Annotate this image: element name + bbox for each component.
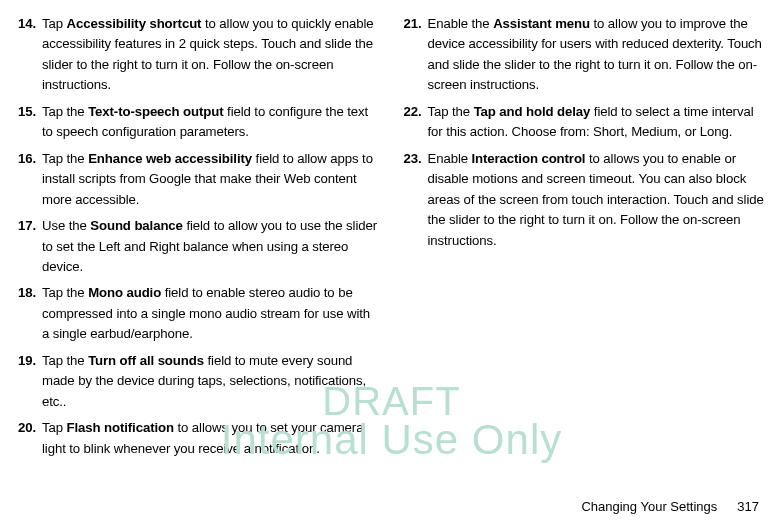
step-number: 17. bbox=[18, 216, 36, 236]
footer-page-number: 317 bbox=[737, 499, 759, 514]
step-bold-term: Sound balance bbox=[90, 218, 183, 233]
step-number: 18. bbox=[18, 283, 36, 303]
page-footer: Changing Your Settings317 bbox=[581, 499, 759, 514]
step-bold-term: Assistant menu bbox=[493, 16, 590, 31]
step-text-pre: Tap the bbox=[42, 104, 88, 119]
step-bold-term: Accessibility shortcut bbox=[67, 16, 202, 31]
step-number: 15. bbox=[18, 102, 36, 122]
step-16: 16. Tap the Enhance web accessibility fi… bbox=[18, 149, 380, 210]
step-text-pre: Tap the bbox=[42, 285, 88, 300]
step-23: 23. Enable Interaction control to allows… bbox=[404, 149, 766, 251]
step-number: 23. bbox=[404, 149, 422, 169]
step-22: 22. Tap the Tap and hold delay field to … bbox=[404, 102, 766, 143]
step-15: 15. Tap the Text-to-speech output field … bbox=[18, 102, 380, 143]
manual-page: 14. Tap Accessibility shortcut to allow … bbox=[0, 0, 783, 528]
step-bold-term: Text-to-speech output bbox=[88, 104, 223, 119]
footer-section-title: Changing Your Settings bbox=[581, 499, 717, 514]
step-number: 22. bbox=[404, 102, 422, 122]
step-text-pre: Enable bbox=[428, 151, 472, 166]
step-number: 20. bbox=[18, 418, 36, 438]
step-text-pre: Tap the bbox=[42, 353, 88, 368]
right-column: 21. Enable the Assistant menu to allow y… bbox=[404, 14, 766, 465]
step-text-pre: Tap bbox=[42, 420, 67, 435]
step-text-pre: Enable the bbox=[428, 16, 494, 31]
step-text-pre: Tap the bbox=[428, 104, 474, 119]
step-18: 18. Tap the Mono audio field to enable s… bbox=[18, 283, 380, 344]
step-number: 16. bbox=[18, 149, 36, 169]
step-number: 21. bbox=[404, 14, 422, 34]
steps-list-left: 14. Tap Accessibility shortcut to allow … bbox=[18, 14, 380, 459]
step-number: 14. bbox=[18, 14, 36, 34]
step-17: 17. Use the Sound balance field to allow… bbox=[18, 216, 380, 277]
steps-list-right: 21. Enable the Assistant menu to allow y… bbox=[404, 14, 766, 251]
step-bold-term: Flash notification bbox=[67, 420, 174, 435]
step-21: 21. Enable the Assistant menu to allow y… bbox=[404, 14, 766, 96]
step-20: 20. Tap Flash notification to allows you… bbox=[18, 418, 380, 459]
step-14: 14. Tap Accessibility shortcut to allow … bbox=[18, 14, 380, 96]
step-19: 19. Tap the Turn off all sounds field to… bbox=[18, 351, 380, 412]
step-bold-term: Tap and hold delay bbox=[474, 104, 591, 119]
two-column-layout: 14. Tap Accessibility shortcut to allow … bbox=[18, 14, 765, 465]
step-text-pre: Use the bbox=[42, 218, 90, 233]
step-bold-term: Mono audio bbox=[88, 285, 161, 300]
step-number: 19. bbox=[18, 351, 36, 371]
step-text-pre: Tap bbox=[42, 16, 67, 31]
step-text-pre: Tap the bbox=[42, 151, 88, 166]
left-column: 14. Tap Accessibility shortcut to allow … bbox=[18, 14, 380, 465]
step-bold-term: Enhance web accessibility bbox=[88, 151, 252, 166]
step-bold-term: Interaction control bbox=[472, 151, 586, 166]
step-bold-term: Turn off all sounds bbox=[88, 353, 204, 368]
